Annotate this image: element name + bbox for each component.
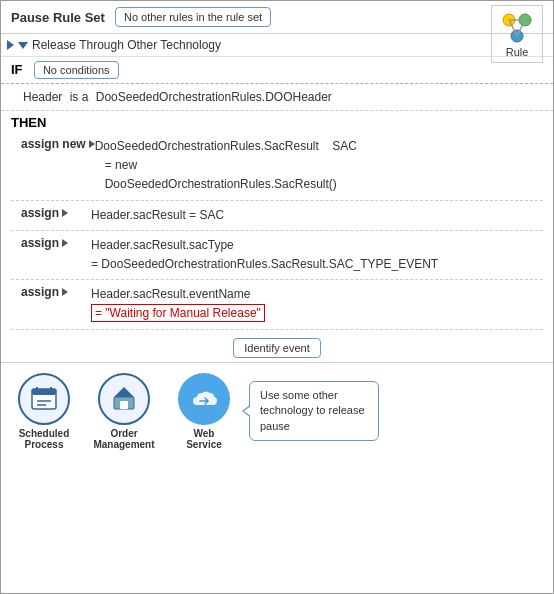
assign-2-content: Header.sacResult = SAC — [91, 206, 537, 225]
assign-2-keyword: assign — [21, 206, 59, 220]
assign-row-4: assign Header.sacResult.eventName = "Wai… — [11, 280, 543, 329]
if-section: IF No conditions — [1, 57, 553, 84]
assign-3-arrow-icon[interactable] — [62, 239, 68, 247]
main-container: Pause Rule Set No other rules in the rul… — [0, 0, 554, 594]
svg-rect-14 — [120, 401, 128, 409]
assign-4-highlighted[interactable]: = "Waiting for Manual Release" — [91, 304, 265, 322]
collapse-arrow-icon[interactable] — [7, 40, 14, 50]
assign-3-line2: = DooSeededOrchestrationRules.SacResult.… — [91, 255, 537, 274]
assign-4-keyword: assign — [21, 285, 59, 299]
assign-new-keyword: assign new — [21, 137, 86, 151]
assign-new-line2: = new — [95, 156, 537, 175]
pause-rule-title: Pause Rule Set — [11, 10, 105, 25]
assign-3-keyword: assign — [21, 236, 59, 250]
rule-icon-svg — [499, 10, 535, 46]
scheduled-icon-svg — [30, 385, 58, 413]
then-label: THEN — [11, 115, 46, 130]
rule-name-text: Release Through Other Technology — [32, 38, 221, 52]
assign-2-arrow-icon[interactable] — [62, 209, 68, 217]
header-bar: Pause Rule Set No other rules in the rul… — [1, 1, 553, 34]
no-conditions-bubble[interactable]: No conditions — [34, 61, 119, 79]
assign-4-label[interactable]: assign — [21, 285, 91, 299]
scheduled-process-circle — [18, 373, 70, 425]
condition-subject: Header — [23, 90, 62, 104]
condition-value: DooSeededOrchestrationRules.DOOHeader — [96, 90, 332, 104]
web-service-circle — [178, 373, 230, 425]
expand-arrow-icon[interactable] — [18, 42, 28, 49]
assign-2-line1: Header.sacResult = SAC — [91, 206, 537, 225]
no-rules-tooltip: No other rules in the rule set — [115, 7, 271, 27]
rule-icon-label: Rule — [506, 46, 529, 58]
svg-marker-13 — [114, 387, 134, 397]
assign-2-label[interactable]: assign — [21, 206, 91, 220]
identify-event-row: Identify event — [1, 334, 553, 363]
rule-name-row: Release Through Other Technology — [1, 34, 553, 57]
order-management-icon[interactable]: OrderManagement — [89, 373, 159, 450]
assign-4-arrow-icon[interactable] — [62, 288, 68, 296]
assign-4-line2: = "Waiting for Manual Release" — [91, 304, 537, 323]
bottom-section: ScheduledProcess OrderManagement — [1, 363, 553, 460]
scheduled-process-label: ScheduledProcess — [19, 428, 70, 450]
assign-row-1: assign new DooSeededOrchestrationRules.S… — [11, 132, 543, 201]
speech-bubble: Use some other technology to release pau… — [249, 381, 379, 441]
assign-4-content: Header.sacResult.eventName = "Waiting fo… — [91, 285, 537, 323]
condition-operator: is a — [70, 90, 89, 104]
assign-3-label[interactable]: assign — [21, 236, 91, 250]
web-service-svg — [190, 385, 218, 413]
assign-new-content: DooSeededOrchestrationRules.SacResult SA… — [95, 137, 537, 195]
order-management-label: OrderManagement — [93, 428, 154, 450]
assign-3-line1: Header.sacResult.sacType — [91, 236, 537, 255]
web-service-icon[interactable]: WebService — [169, 373, 239, 450]
identify-event-bubble[interactable]: Identify event — [233, 338, 320, 358]
if-label: IF — [11, 62, 23, 77]
order-icon-svg — [110, 385, 138, 413]
assign-new-line1: DooSeededOrchestrationRules.SacResult SA… — [95, 137, 537, 156]
assign-4-line1: Header.sacResult.eventName — [91, 285, 537, 304]
assign-3-content: Header.sacResult.sacType = DooSeededOrch… — [91, 236, 537, 274]
then-section: THEN assign new DooSeededOrchestrationRu… — [1, 111, 553, 334]
assign-new-line3: DooSeededOrchestrationRules.SacResult() — [95, 175, 537, 194]
order-management-circle — [98, 373, 150, 425]
assign-row-3: assign Header.sacResult.sacType = DooSee… — [11, 231, 543, 280]
web-service-label: WebService — [186, 428, 222, 450]
assign-row-2: assign Header.sacResult = SAC — [11, 201, 543, 231]
scheduled-process-icon[interactable]: ScheduledProcess — [9, 373, 79, 450]
condition-row: Header is a DooSeededOrchestrationRules.… — [1, 84, 553, 111]
assign-new-label[interactable]: assign new — [21, 137, 95, 151]
svg-rect-7 — [32, 389, 56, 395]
rule-icon[interactable]: Rule — [491, 5, 543, 63]
